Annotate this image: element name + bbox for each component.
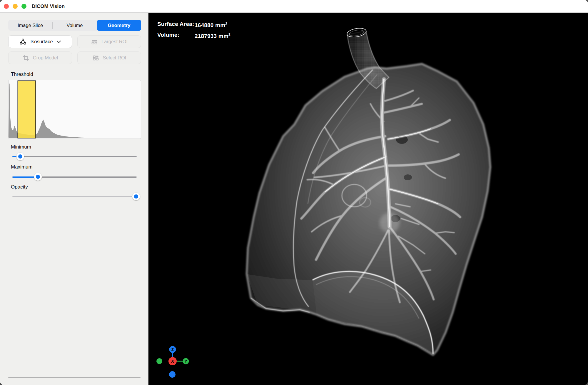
chevron-down-icon: [56, 40, 61, 43]
screen: DICOM Vision Image Slice Volume Geometry…: [0, 0, 588, 385]
axis-z-label: Z: [171, 347, 174, 352]
crop-model-label: Crop Model: [33, 55, 58, 61]
select-roi-label: Select ROI: [103, 55, 126, 61]
threshold-label: Threshold: [11, 71, 33, 77]
measurement-overlay: Surface Area: 164880 mm2 Volume: 2187933…: [157, 19, 230, 41]
volume-value: 2187933 mm3: [195, 30, 230, 41]
close-window-button[interactable]: [4, 4, 9, 9]
axis-negative-z-dot[interactable]: [169, 371, 176, 378]
threshold-histogram[interactable]: [8, 80, 141, 139]
opacity-slider[interactable]: [8, 193, 141, 201]
zoom-window-button[interactable]: [21, 4, 26, 9]
surface-area-value: 164880 mm2: [195, 19, 227, 30]
sidebar: Image Slice Volume Geometry Isosurface: [0, 13, 148, 385]
window-title: DICOM Vision: [32, 0, 65, 13]
orientation-axes-widget[interactable]: Z Y X: [148, 336, 201, 385]
minimize-window-button[interactable]: [13, 4, 18, 9]
view-mode-tabs: Image Slice Volume Geometry: [8, 20, 141, 31]
render-viewport[interactable]: Surface Area: 164880 mm2 Volume: 2187933…: [148, 13, 588, 385]
app-window: DICOM Vision Image Slice Volume Geometry…: [0, 0, 588, 385]
opacity-slider-thumb[interactable]: [132, 193, 140, 200]
maximum-slider[interactable]: [8, 173, 141, 181]
select-roi-icon: [92, 54, 99, 61]
largest-roi-icon: [91, 38, 98, 45]
isosurface-icon: [19, 38, 27, 46]
opacity-label: Opacity: [11, 184, 28, 190]
maximum-label: Maximum: [11, 164, 33, 170]
minimum-slider[interactable]: [8, 153, 141, 161]
maximum-slider-thumb[interactable]: [34, 173, 42, 181]
largest-roi-label: Largest ROI: [101, 39, 128, 44]
axis-y-label: Y: [185, 359, 187, 364]
isosurface-label: Isosurface: [30, 39, 53, 44]
tab-geometry[interactable]: Geometry: [97, 20, 141, 31]
largest-roi-button[interactable]: Largest ROI: [77, 35, 141, 48]
title-bar: DICOM Vision: [0, 0, 588, 13]
crop-model-button[interactable]: Crop Model: [8, 51, 72, 64]
minimum-slider-thumb[interactable]: [16, 153, 24, 160]
select-roi-button[interactable]: Select ROI: [77, 51, 141, 64]
axis-negative-y-dot[interactable]: [156, 358, 162, 364]
tab-image-slice[interactable]: Image Slice: [8, 20, 52, 31]
crop-icon: [22, 54, 29, 61]
surface-area-label: Surface Area:: [157, 19, 195, 30]
tab-volume[interactable]: Volume: [53, 20, 97, 31]
volume-label: Volume:: [157, 30, 195, 41]
isosurface-dropdown[interactable]: Isosurface: [8, 35, 72, 48]
lung-mesh-rendering[interactable]: [148, 13, 588, 385]
axis-x-label: X: [171, 359, 174, 364]
volume-row: Volume: 2187933 mm3: [157, 30, 230, 41]
threshold-selection-region[interactable]: [18, 81, 36, 138]
surface-area-row: Surface Area: 164880 mm2: [157, 19, 230, 30]
sidebar-divider: [8, 377, 141, 378]
minimum-label: Minimum: [11, 144, 31, 150]
